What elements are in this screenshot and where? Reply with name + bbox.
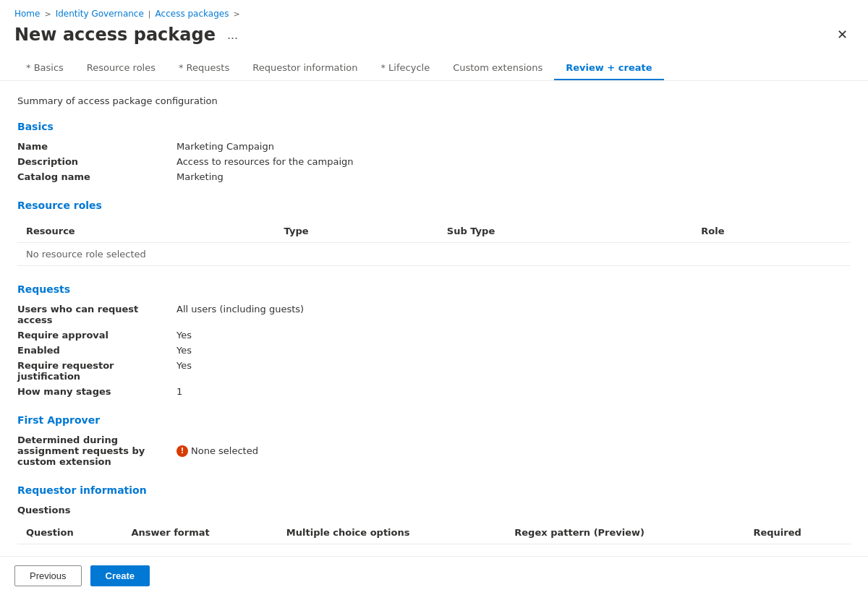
breadcrumb-sep-pipe: | bbox=[148, 9, 151, 19]
first-approver-fields: Determined during assignment requests by… bbox=[17, 435, 851, 467]
tab-basics[interactable]: * Basics bbox=[14, 56, 75, 80]
header: Home > Identity Governance | Access pack… bbox=[0, 0, 868, 81]
col-answer-format: Answer format bbox=[122, 521, 277, 544]
questions-label: Questions bbox=[17, 505, 851, 515]
col-subtype: Sub Type bbox=[438, 220, 692, 243]
requests-section: Requests Users who can request access Al… bbox=[17, 283, 851, 397]
first-approver-value: ! None selected bbox=[176, 435, 851, 467]
req-enabled-label: Enabled bbox=[17, 345, 176, 356]
tab-custom-extensions[interactable]: Custom extensions bbox=[441, 56, 554, 80]
col-regex: Regex pattern (Preview) bbox=[506, 521, 744, 544]
basics-name-label: Name bbox=[17, 141, 176, 152]
footer: Previous Create bbox=[0, 556, 868, 595]
tab-lifecycle[interactable]: * Lifecycle bbox=[369, 56, 441, 80]
first-approver-section: First Approver Determined during assignm… bbox=[17, 414, 851, 467]
page-container: Home > Identity Governance | Access pack… bbox=[0, 0, 868, 595]
breadcrumb-identity-governance[interactable]: Identity Governance bbox=[56, 9, 144, 19]
req-approval-label: Require approval bbox=[17, 330, 176, 341]
basics-description-value: Access to resources for the campaign bbox=[176, 156, 851, 167]
resource-roles-section: Resource roles Resource Type Sub Type Ro… bbox=[17, 200, 851, 266]
resource-no-data-row: No resource role selected bbox=[17, 243, 851, 266]
basics-section: Basics Name Marketing Campaign Descripti… bbox=[17, 121, 851, 182]
col-resource: Resource bbox=[17, 220, 276, 243]
breadcrumb-sep1: > bbox=[44, 9, 51, 19]
breadcrumb-sep2: > bbox=[233, 9, 239, 19]
first-approver-label: Determined during assignment requests by… bbox=[17, 435, 176, 467]
requests-fields: Users who can request access All users (… bbox=[17, 304, 851, 397]
col-role: Role bbox=[692, 220, 851, 243]
resource-no-data-cell: No resource role selected bbox=[17, 243, 851, 266]
req-stages-value: 1 bbox=[176, 386, 851, 397]
summary-text: Summary of access package configuration bbox=[17, 95, 851, 106]
none-selected-text: None selected bbox=[191, 445, 258, 456]
first-approver-title: First Approver bbox=[17, 414, 851, 426]
req-approval-value: Yes bbox=[176, 330, 851, 341]
tab-requests[interactable]: * Requests bbox=[167, 56, 241, 80]
basics-name-value: Marketing Campaign bbox=[176, 141, 851, 152]
resource-roles-table: Resource Type Sub Type Role No resource … bbox=[17, 220, 851, 266]
col-question: Question bbox=[17, 521, 122, 544]
breadcrumb-access-packages[interactable]: Access packages bbox=[156, 9, 229, 19]
questions-table: Question Answer format Multiple choice o… bbox=[17, 521, 851, 544]
tab-resource-roles[interactable]: Resource roles bbox=[75, 56, 167, 80]
page-title: New access package bbox=[14, 25, 216, 45]
req-justification-value: Yes bbox=[176, 360, 851, 382]
basics-catalog-label: Catalog name bbox=[17, 171, 176, 182]
close-button[interactable]: ✕ bbox=[831, 25, 854, 44]
basics-description-label: Description bbox=[17, 156, 176, 167]
title-row: New access package ... ✕ bbox=[14, 25, 854, 45]
tabs-container: * Basics Resource roles * Requests Reque… bbox=[14, 56, 854, 80]
basics-fields: Name Marketing Campaign Description Acce… bbox=[17, 141, 851, 182]
req-users-value: All users (including guests) bbox=[176, 304, 851, 325]
title-left: New access package ... bbox=[14, 25, 242, 45]
breadcrumb: Home > Identity Governance | Access pack… bbox=[14, 9, 854, 19]
questions-header-row: Question Answer format Multiple choice o… bbox=[17, 521, 851, 544]
col-multiple-choice: Multiple choice options bbox=[278, 521, 506, 544]
resource-table-header-row: Resource Type Sub Type Role bbox=[17, 220, 851, 243]
ellipsis-button[interactable]: ... bbox=[223, 26, 242, 44]
basics-catalog-value: Marketing bbox=[176, 171, 851, 182]
req-stages-label: How many stages bbox=[17, 386, 176, 397]
req-justification-label: Require requestor justification bbox=[17, 360, 176, 382]
previous-button[interactable]: Previous bbox=[14, 565, 82, 586]
requestor-info-section: Requestor information Questions Question… bbox=[17, 484, 851, 544]
requests-title: Requests bbox=[17, 283, 851, 295]
basics-section-title: Basics bbox=[17, 121, 851, 132]
requestor-info-title: Requestor information bbox=[17, 484, 851, 496]
tab-review-create[interactable]: Review + create bbox=[554, 56, 663, 80]
main-content: Summary of access package configuration … bbox=[0, 81, 868, 556]
col-required: Required bbox=[744, 521, 851, 544]
req-users-label: Users who can request access bbox=[17, 304, 176, 325]
tab-requestor-information[interactable]: Requestor information bbox=[241, 56, 369, 80]
warning-icon: ! bbox=[176, 445, 188, 457]
col-type: Type bbox=[276, 220, 438, 243]
create-button[interactable]: Create bbox=[90, 565, 150, 586]
req-enabled-value: Yes bbox=[176, 345, 851, 356]
breadcrumb-home[interactable]: Home bbox=[14, 9, 40, 19]
resource-roles-title: Resource roles bbox=[17, 200, 851, 211]
